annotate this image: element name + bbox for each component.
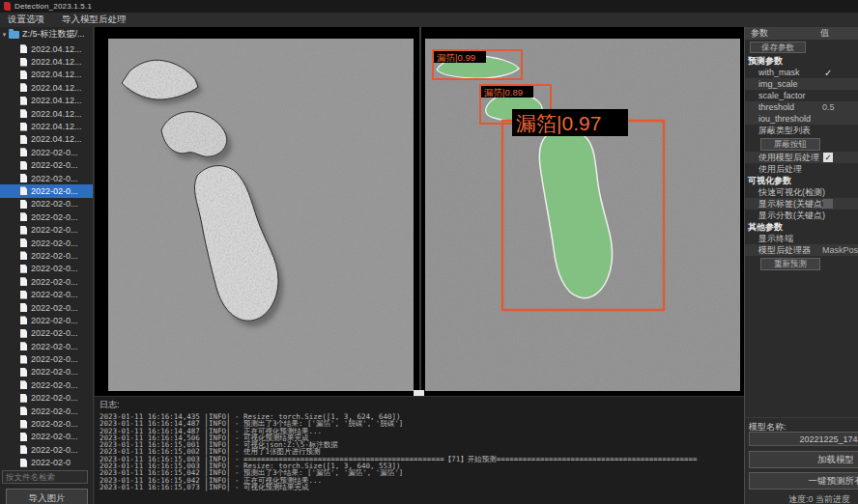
param-action-button[interactable]: 重新预测 bbox=[760, 258, 820, 270]
tree-item[interactable]: 2022-02-0... bbox=[0, 431, 93, 443]
param-row[interactable]: 快速可视化(检测) bbox=[745, 186, 858, 198]
tree-item-label: 2022-02-0... bbox=[31, 225, 78, 235]
tree-item[interactable]: 2022-02-0... bbox=[0, 327, 93, 340]
tree-item[interactable]: 2022-02-0... bbox=[0, 352, 93, 365]
file-icon bbox=[20, 186, 27, 195]
tree-item[interactable]: 2022-02-0... bbox=[0, 198, 93, 210]
file-icon bbox=[20, 368, 27, 377]
tree-item-label: 2022.04.12... bbox=[31, 122, 82, 131]
search-input[interactable] bbox=[2, 470, 88, 484]
file-icon bbox=[20, 355, 27, 364]
tree-item[interactable]: 2022-02-0... bbox=[0, 301, 93, 314]
predict-all-button[interactable]: 一键预测所有 bbox=[749, 472, 858, 490]
tree-item[interactable]: 2022.04.12... bbox=[0, 55, 93, 68]
tree-item-label: 2022.04.12... bbox=[31, 83, 82, 93]
tree-item[interactable]: 2022.04.12... bbox=[0, 95, 93, 107]
model-name-field[interactable]: 20221225_174813 bbox=[749, 432, 858, 446]
tree-item-label: 2022.04.12... bbox=[31, 96, 82, 105]
tree-item-label: 2022-02-0 bbox=[31, 458, 71, 467]
tree-item[interactable]: 2022-02-0... bbox=[0, 275, 93, 288]
tree-item[interactable]: 2022-02-0... bbox=[0, 392, 93, 405]
svg-text:漏箔|0.97: 漏箔|0.97 bbox=[516, 112, 601, 134]
splitter-grip[interactable] bbox=[414, 390, 424, 396]
tree-item-label: 2022-02-0... bbox=[31, 342, 78, 351]
tree-item-label: 2022.04.12... bbox=[31, 44, 82, 54]
import-images-button[interactable]: 导入图片 bbox=[6, 489, 88, 504]
prediction-image[interactable]: 漏箔|0.99 漏箔|0.89 漏箔|0.97 bbox=[425, 39, 740, 391]
param-section-header: 其他参数 bbox=[745, 221, 858, 233]
tree-item[interactable]: 2022-02-0... bbox=[0, 159, 93, 172]
tree-item[interactable]: 2022-02-0... bbox=[0, 184, 93, 197]
sidebar: ▾ Z:/5-标注数据/... 2022.04.12...2022.04.12.… bbox=[0, 27, 94, 504]
file-icon bbox=[20, 44, 27, 53]
tree-item-label: 2022-02-0... bbox=[31, 238, 78, 248]
tree-item[interactable]: 2022-02-0... bbox=[0, 378, 93, 391]
param-section-header: 可视化参数 bbox=[745, 175, 858, 186]
param-row[interactable]: threshold0.5 bbox=[745, 101, 858, 113]
param-row[interactable]: with_mask✓ bbox=[745, 67, 858, 78]
param-row[interactable]: 显示终端 bbox=[745, 233, 858, 244]
file-icon bbox=[20, 380, 27, 389]
tree-item-label: 2022-02-0... bbox=[31, 148, 78, 157]
tree-item[interactable]: 2022-02-0... bbox=[0, 405, 93, 417]
tree-item[interactable]: 2022.04.12... bbox=[0, 69, 93, 81]
tree-item-label: 2022-02-0... bbox=[31, 406, 78, 416]
file-icon bbox=[20, 342, 27, 350]
tree-item[interactable]: 2022-02-0... bbox=[0, 417, 93, 430]
param-row[interactable]: iou_threshold bbox=[745, 113, 858, 125]
tree-item[interactable]: 2022-02-0 bbox=[0, 457, 93, 469]
tree-item[interactable]: 2022-02-0... bbox=[0, 288, 93, 300]
tree-item[interactable]: 2022-02-0... bbox=[0, 223, 93, 236]
tree-item[interactable]: 2022.04.12... bbox=[0, 107, 93, 120]
tree-item[interactable]: 2022.04.12... bbox=[0, 120, 93, 132]
file-icon bbox=[20, 174, 27, 182]
param-row[interactable]: img_scale bbox=[745, 78, 858, 90]
param-row[interactable]: 显示分数(关键点) bbox=[745, 210, 858, 221]
tree-item-label: 2022-02-0... bbox=[31, 160, 78, 170]
tree-item[interactable]: 2022-02-0... bbox=[0, 263, 93, 275]
param-row[interactable]: 使用后处理 bbox=[745, 163, 858, 175]
tree-item[interactable]: 2022.04.12... bbox=[0, 42, 93, 55]
param-row[interactable]: 显示标签(关键点) bbox=[745, 198, 858, 210]
param-label: img_scale bbox=[745, 79, 798, 89]
tree-item[interactable]: 2022-02-0... bbox=[0, 443, 93, 456]
tree-item[interactable]: 2022-02-0... bbox=[0, 172, 93, 184]
param-action-button[interactable]: 屏蔽按钮 bbox=[760, 138, 820, 151]
file-icon bbox=[20, 109, 27, 118]
tree-root-folder[interactable]: ▾ Z:/5-标注数据/... bbox=[0, 27, 93, 42]
param-table-header: 参数 值 bbox=[745, 27, 858, 40]
file-icon bbox=[20, 459, 27, 467]
tree-item[interactable]: 2022.04.12... bbox=[0, 133, 93, 146]
param-row[interactable]: 模型后处理器MaskPostPro bbox=[745, 244, 858, 256]
tree-item[interactable]: 2022.04.12... bbox=[0, 81, 93, 94]
tree-item[interactable]: 2022-02-0... bbox=[0, 314, 93, 326]
param-row[interactable]: 屏蔽类型列表 bbox=[745, 125, 858, 136]
tree-item-label: 2022-02-0... bbox=[31, 380, 78, 390]
expand-arrow-icon[interactable]: ▾ bbox=[0, 31, 9, 39]
param-row[interactable]: scale_factor bbox=[745, 90, 858, 101]
param-rows: 预测参数with_mask✓img_scalescale_factorthres… bbox=[745, 55, 858, 271]
tree-item[interactable]: 2022-02-0... bbox=[0, 146, 93, 158]
tree-item-label: 2022-02-0... bbox=[31, 212, 78, 222]
tree-item[interactable]: 2022-02-0... bbox=[0, 340, 93, 352]
checkbox[interactable] bbox=[823, 199, 833, 209]
tree-item[interactable]: 2022-02-0... bbox=[0, 237, 93, 249]
param-column-header: 参数 bbox=[745, 27, 820, 40]
checkbox[interactable]: ✓ bbox=[823, 153, 833, 162]
original-image[interactable] bbox=[108, 39, 414, 391]
save-row: 保存参数 bbox=[745, 40, 858, 55]
menu-import-model-postprocess[interactable]: 导入模型后处理 bbox=[62, 14, 127, 26]
app-window: Detection_2023.1.5.1 设置选项 导入模型后处理 ▾ Z:/5… bbox=[0, 0, 858, 504]
menu-settings[interactable]: 设置选项 bbox=[8, 14, 44, 26]
log-lines[interactable]: 2023-01-11 16:16:14,435 |INFO| - Resize:… bbox=[100, 413, 744, 490]
save-params-button[interactable]: 保存参数 bbox=[750, 42, 806, 53]
tree-item[interactable]: 2022-02-0... bbox=[0, 210, 93, 223]
load-model-button[interactable]: 加载模型 bbox=[749, 451, 858, 468]
tree-item-label: 2022-02-0... bbox=[31, 445, 78, 455]
title-bar: Detection_2023.1.5.1 bbox=[0, 0, 858, 13]
svg-text:漏箔|0.99: 漏箔|0.99 bbox=[437, 52, 475, 63]
param-row[interactable]: 使用模型后处理✓ bbox=[745, 152, 858, 163]
tree-item[interactable]: 2022-02-0... bbox=[0, 249, 93, 262]
tree-item[interactable]: 2022-02-0... bbox=[0, 366, 93, 378]
param-label: iou_threshold bbox=[745, 114, 811, 124]
